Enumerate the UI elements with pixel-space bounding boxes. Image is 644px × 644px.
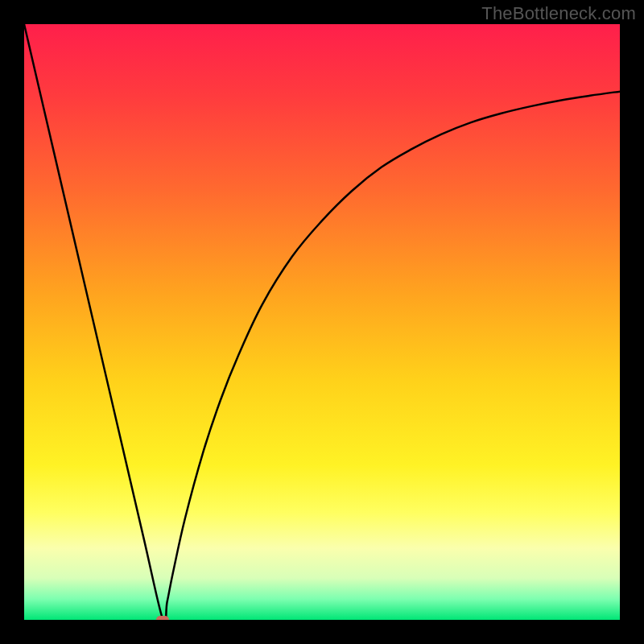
bottleneck-curve (24, 24, 620, 620)
min-marker (156, 616, 169, 620)
curve-layer (24, 24, 620, 620)
chart-frame: TheBottleneck.com (0, 0, 644, 644)
attribution-text: TheBottleneck.com (481, 3, 636, 24)
plot-area (24, 24, 620, 620)
